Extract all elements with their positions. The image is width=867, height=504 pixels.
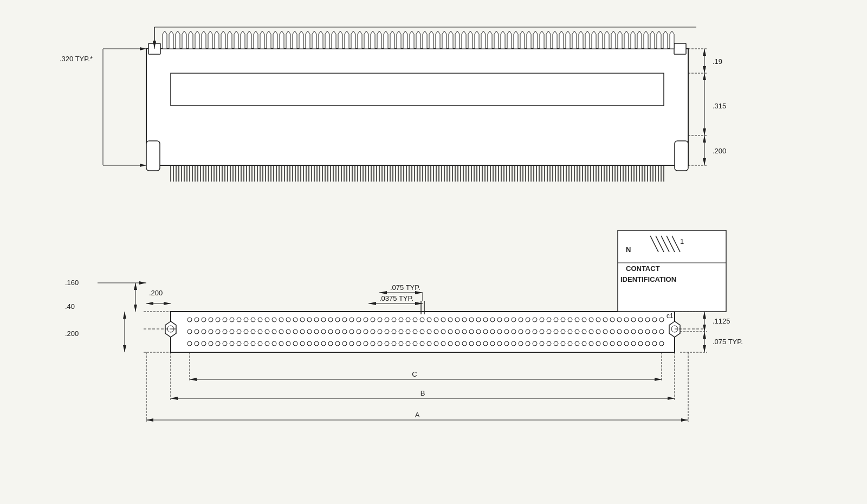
svg-point-288 [237, 329, 241, 334]
svg-point-306 [364, 329, 368, 334]
svg-point-271 [596, 318, 600, 322]
dim-075-right: .075 TYP. [713, 338, 743, 346]
svg-point-304 [350, 329, 354, 334]
svg-point-218 [223, 318, 227, 322]
svg-marker-454 [655, 378, 662, 381]
svg-point-262 [533, 318, 537, 322]
svg-point-385 [441, 341, 445, 346]
svg-marker-468 [164, 302, 171, 305]
svg-point-222 [251, 318, 255, 322]
svg-marker-200 [703, 73, 706, 80]
svg-point-364 [293, 341, 297, 346]
svg-point-311 [399, 329, 403, 334]
svg-point-368 [321, 341, 326, 346]
svg-point-387 [455, 341, 460, 346]
svg-point-232 [321, 318, 326, 322]
svg-point-286 [223, 329, 227, 334]
svg-point-411 [624, 341, 629, 346]
svg-point-284 [209, 329, 213, 334]
svg-point-357 [244, 341, 248, 346]
svg-marker-4 [140, 47, 146, 50]
svg-point-341 [610, 329, 614, 334]
svg-point-349 [187, 341, 192, 346]
svg-point-255 [483, 318, 488, 322]
svg-marker-464 [681, 418, 688, 422]
svg-point-268 [575, 318, 579, 322]
svg-point-236 [350, 318, 354, 322]
svg-point-381 [413, 341, 417, 346]
svg-point-338 [589, 329, 593, 334]
contact-n-label: N [626, 245, 631, 254]
diagram-container: .320 TYP.* [54, 19, 813, 485]
svg-point-386 [448, 341, 452, 346]
svg-point-238 [364, 318, 368, 322]
svg-point-407 [596, 341, 600, 346]
svg-point-375 [371, 341, 375, 346]
svg-point-252 [462, 318, 467, 322]
svg-point-335 [568, 329, 572, 334]
svg-point-216 [209, 318, 213, 322]
svg-point-354 [223, 341, 227, 346]
dim-0375-typ: .0375 TYP. [379, 294, 413, 302]
svg-point-241 [385, 318, 389, 322]
svg-point-383 [427, 341, 431, 346]
svg-point-339 [596, 329, 600, 334]
svg-point-342 [617, 329, 622, 334]
svg-point-328 [519, 329, 523, 334]
svg-marker-439 [123, 312, 126, 319]
svg-point-294 [279, 329, 283, 334]
svg-point-247 [427, 318, 431, 322]
svg-rect-10 [674, 43, 686, 54]
svg-point-267 [568, 318, 572, 322]
svg-point-353 [216, 341, 220, 346]
svg-point-315 [427, 329, 431, 334]
svg-point-281 [187, 329, 192, 334]
svg-point-326 [504, 329, 509, 334]
svg-marker-442 [703, 312, 706, 319]
dim-b-label: B [420, 389, 425, 397]
svg-point-314 [420, 329, 424, 334]
svg-point-308 [378, 329, 382, 334]
svg-point-384 [434, 341, 438, 346]
svg-marker-198 [703, 66, 706, 73]
svg-point-327 [512, 329, 516, 334]
svg-point-336 [575, 329, 579, 334]
contact-title-2: IDENTIFICATION [620, 275, 676, 283]
svg-marker-434 [139, 281, 146, 285]
svg-point-331 [540, 329, 544, 334]
svg-point-362 [279, 341, 283, 346]
svg-point-332 [547, 329, 551, 334]
svg-point-366 [307, 341, 312, 346]
svg-point-359 [258, 341, 262, 346]
svg-point-256 [490, 318, 495, 322]
svg-point-408 [603, 341, 607, 346]
svg-point-347 [652, 329, 657, 334]
svg-rect-8 [171, 73, 664, 106]
dim-075-typ: .075 TYP. [390, 283, 420, 292]
svg-point-285 [216, 329, 220, 334]
svg-point-265 [554, 318, 558, 322]
svg-point-378 [392, 341, 396, 346]
svg-marker-431 [368, 302, 376, 305]
svg-point-333 [554, 329, 558, 334]
svg-point-279 [652, 318, 657, 322]
svg-point-395 [512, 341, 516, 346]
svg-point-389 [469, 341, 474, 346]
dim-40: .40 [65, 302, 75, 311]
svg-marker-453 [190, 378, 197, 381]
svg-point-396 [519, 341, 523, 346]
svg-marker-446 [703, 345, 706, 352]
svg-point-369 [328, 341, 333, 346]
svg-point-374 [364, 341, 368, 346]
svg-point-260 [519, 318, 523, 322]
svg-point-337 [582, 329, 586, 334]
svg-point-269 [582, 318, 586, 322]
svg-point-392 [490, 341, 495, 346]
svg-point-312 [406, 329, 410, 334]
svg-point-391 [483, 341, 488, 346]
svg-point-370 [335, 341, 340, 346]
svg-point-276 [631, 318, 636, 322]
svg-point-214 [195, 318, 199, 322]
svg-point-299 [314, 329, 319, 334]
svg-point-350 [195, 341, 199, 346]
